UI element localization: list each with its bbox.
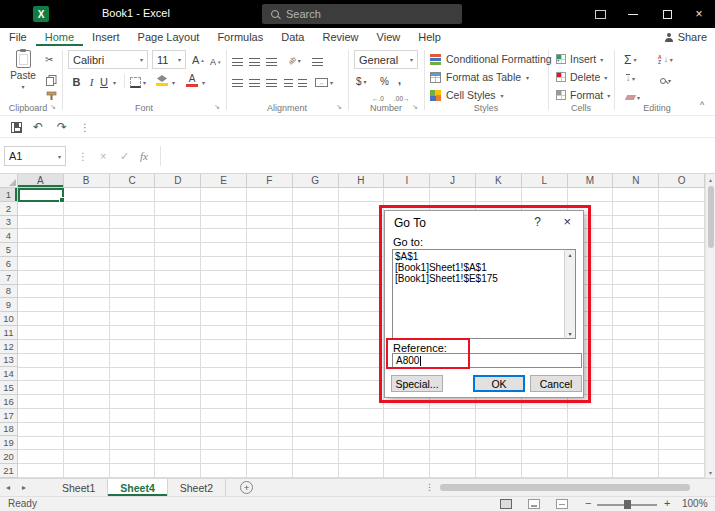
zoom-out-button[interactable]: − xyxy=(585,497,591,509)
goto-list-scrollbar[interactable]: ▴ ▾ xyxy=(564,249,576,339)
insert-cells-button[interactable]: Insert ▾ xyxy=(556,51,603,67)
special-button[interactable]: Special... xyxy=(391,375,443,392)
cells-area[interactable] xyxy=(18,188,705,478)
row-header[interactable]: 6 xyxy=(0,257,18,271)
column-header[interactable]: C xyxy=(110,174,156,187)
goto-list[interactable]: $A$1 [Book1]Sheet1!$A$1 [Book1]Sheet1!$E… xyxy=(392,249,576,339)
column-header[interactable]: L xyxy=(522,174,568,187)
tab-file[interactable]: File xyxy=(0,28,36,46)
sheet-nav-right-button[interactable]: ▸ xyxy=(16,479,32,496)
zoom-in-button[interactable]: + xyxy=(664,497,670,509)
autosum-button[interactable]: Σ▾ xyxy=(624,51,636,68)
tab-formulas[interactable]: Formulas xyxy=(208,28,272,46)
column-header-a[interactable]: A xyxy=(18,174,64,187)
page-layout-view-button[interactable] xyxy=(528,499,540,509)
alignment-dialog-launcher[interactable]: ↘ xyxy=(336,103,342,111)
column-header[interactable]: N xyxy=(613,174,659,187)
align-bottom-button[interactable] xyxy=(266,53,277,70)
find-select-button[interactable]: ▾ xyxy=(660,72,671,89)
row-header[interactable]: 21 xyxy=(0,464,18,478)
save-button[interactable] xyxy=(6,116,26,138)
font-size-select[interactable]: 11 ▾ xyxy=(152,50,186,69)
bold-button[interactable]: B xyxy=(70,73,83,90)
underline-button[interactable]: U xyxy=(100,73,108,90)
paste-button[interactable]: Paste ▾ xyxy=(5,50,41,102)
row-header[interactable]: 11 xyxy=(0,326,18,340)
font-color-button[interactable]: A xyxy=(186,72,198,89)
tab-data[interactable]: Data xyxy=(272,28,313,46)
cut-button[interactable]: ✂ xyxy=(45,54,53,65)
merge-center-button[interactable]: ↔▾ xyxy=(315,74,333,91)
row-header[interactable]: 2 xyxy=(0,202,18,216)
maximize-button[interactable] xyxy=(651,0,683,28)
column-header[interactable]: H xyxy=(339,174,385,187)
row-header[interactable]: 7 xyxy=(0,271,18,285)
tab-view[interactable]: View xyxy=(368,28,410,46)
tab-insert[interactable]: Insert xyxy=(83,28,129,46)
enter-entry-button[interactable]: ✓ xyxy=(120,146,129,166)
row-header[interactable]: 5 xyxy=(0,243,18,257)
align-left-button[interactable] xyxy=(232,74,243,91)
grow-font-button[interactable]: A▴ xyxy=(192,51,204,68)
column-header[interactable]: D xyxy=(155,174,201,187)
comma-format-button[interactable]: , xyxy=(398,71,401,88)
number-dialog-launcher[interactable]: ↘ xyxy=(412,103,418,111)
increase-indent-button[interactable] xyxy=(298,74,307,91)
underline-dropdown[interactable]: ▾ xyxy=(113,79,116,86)
row-header[interactable]: 16 xyxy=(0,395,18,409)
tab-help[interactable]: Help xyxy=(409,28,450,46)
close-button[interactable]: × xyxy=(683,0,715,28)
decrease-indent-button[interactable] xyxy=(284,74,293,91)
dialog-close-button[interactable]: × xyxy=(563,214,571,229)
format-as-table-button[interactable]: Format as Table ▾ xyxy=(430,69,529,85)
row-header[interactable]: 18 xyxy=(0,423,18,437)
tab-page-layout[interactable]: Page Layout xyxy=(129,28,209,46)
column-header[interactable]: G xyxy=(293,174,339,187)
number-format-select[interactable]: General ▾ xyxy=(354,50,418,69)
redo-button[interactable]: ↷ xyxy=(52,116,72,138)
sheet-tab-sheet1[interactable]: Sheet1 xyxy=(50,479,108,496)
cancel-button[interactable]: Cancel xyxy=(530,375,582,392)
column-header[interactable]: K xyxy=(476,174,522,187)
column-header[interactable]: F xyxy=(247,174,293,187)
column-header[interactable]: O xyxy=(659,174,705,187)
format-cells-button[interactable]: Format ▾ xyxy=(556,87,610,103)
collapse-ribbon-button[interactable]: ^ xyxy=(700,100,704,110)
new-sheet-button[interactable]: + xyxy=(240,481,253,494)
row-header[interactable]: 10 xyxy=(0,312,18,326)
row-header[interactable]: 12 xyxy=(0,340,18,354)
goto-list-item[interactable]: [Book1]Sheet1!$A$1 xyxy=(395,262,575,273)
font-color-dropdown[interactable]: ▾ xyxy=(202,79,205,86)
goto-list-item[interactable]: [Book1]Sheet1!$E$175 xyxy=(395,273,575,284)
sheet-nav-left-button[interactable]: ◂ xyxy=(0,479,16,496)
column-header[interactable]: B xyxy=(64,174,110,187)
font-name-select[interactable]: Calibri ▾ xyxy=(68,50,148,69)
orientation-button[interactable]: ab▾ xyxy=(288,52,301,69)
currency-format-button[interactable]: $▾ xyxy=(356,73,367,90)
borders-button[interactable]: ▾ xyxy=(130,74,146,91)
undo-button[interactable]: ↶ xyxy=(28,116,48,138)
scroll-up-icon[interactable]: ▴ xyxy=(709,176,712,183)
row-header[interactable]: 20 xyxy=(0,450,18,464)
select-all-button[interactable] xyxy=(0,174,18,188)
cancel-entry-button[interactable]: × xyxy=(100,146,106,166)
align-center-button[interactable] xyxy=(249,74,260,91)
row-header[interactable]: 15 xyxy=(0,381,18,395)
search-box[interactable]: Search xyxy=(262,4,462,24)
column-header[interactable]: J xyxy=(430,174,476,187)
formula-bar-dots[interactable]: ⋮ xyxy=(78,146,88,166)
share-button[interactable]: Share xyxy=(665,28,707,46)
page-break-view-button[interactable] xyxy=(556,499,568,509)
selected-cell-a1[interactable] xyxy=(18,188,64,202)
conditional-formatting-button[interactable]: Conditional Formatting ▾ xyxy=(430,51,560,67)
fill-color-button[interactable] xyxy=(156,72,168,89)
sheet-tab-sheet4[interactable]: Sheet4 xyxy=(108,479,167,496)
shrink-font-button[interactable]: A▾ xyxy=(210,53,221,70)
fill-button[interactable]: ↓▾ xyxy=(626,70,635,87)
align-top-button[interactable] xyxy=(232,53,243,70)
ribbon-display-options-button[interactable] xyxy=(584,0,616,28)
font-dialog-launcher[interactable]: ↘ xyxy=(214,103,220,111)
row-header[interactable]: 4 xyxy=(0,229,18,243)
vertical-scrollbar[interactable]: ▴ ▾ xyxy=(705,174,715,478)
vertical-scroll-thumb[interactable] xyxy=(708,186,714,248)
